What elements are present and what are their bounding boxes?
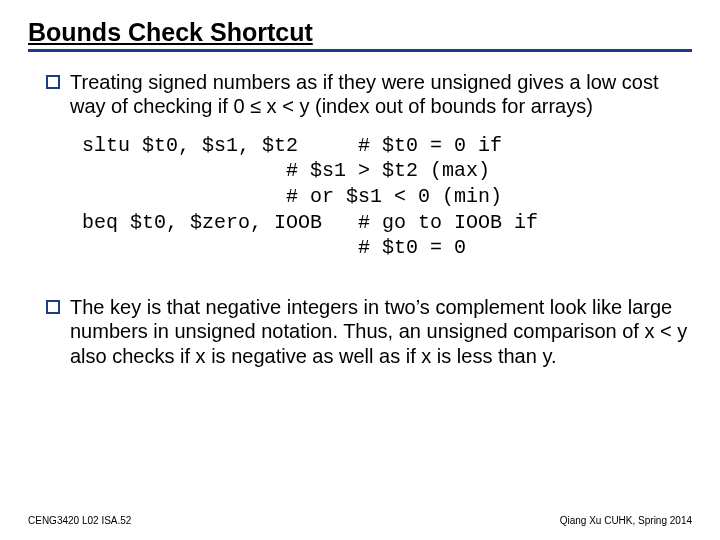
bullet-text: The key is that negative integers in two… — [70, 295, 692, 368]
code-block: sltu $t0, $s1, $t2 # $t0 = 0 if # $s1 > … — [70, 133, 692, 261]
bullet-text: Treating signed numbers as if they were … — [70, 70, 692, 119]
footer-right: Qiang Xu CUHK, Spring 2014 — [560, 515, 692, 526]
bullet-item: Treating signed numbers as if they were … — [46, 70, 692, 119]
square-bullet-icon — [46, 300, 60, 314]
title-underline — [28, 49, 692, 52]
slide: Bounds Check Shortcut Treating signed nu… — [0, 0, 720, 540]
slide-title: Bounds Check Shortcut — [28, 18, 692, 49]
footer: CENG3420 L02 ISA.52 Qiang Xu CUHK, Sprin… — [28, 515, 692, 526]
bullet-item: The key is that negative integers in two… — [46, 295, 692, 368]
footer-left: CENG3420 L02 ISA.52 — [28, 515, 131, 526]
square-bullet-icon — [46, 75, 60, 89]
